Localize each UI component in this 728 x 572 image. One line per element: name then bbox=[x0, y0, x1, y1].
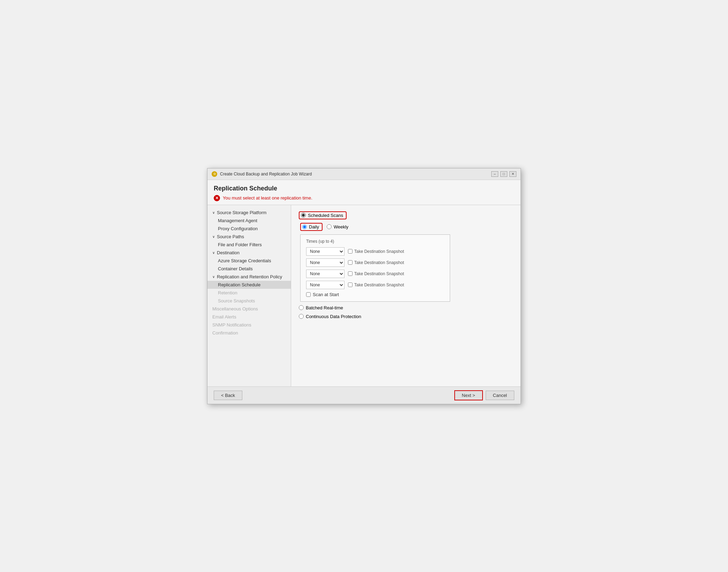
time-select-4[interactable]: None bbox=[306, 281, 344, 289]
back-button[interactable]: < Back bbox=[214, 391, 242, 400]
scheduled-scans-label: Scheduled Scans bbox=[308, 213, 343, 218]
time-select-1[interactable]: None bbox=[306, 247, 344, 256]
time-row-4: None Take Destination Snapshot bbox=[306, 281, 444, 289]
chevron-icon-2: ∨ bbox=[212, 235, 215, 239]
wizard-window: ☆ Create Cloud Backup and Replication Jo… bbox=[207, 168, 521, 404]
snapshot-checkbox-4[interactable]: Take Destination Snapshot bbox=[348, 283, 404, 287]
title-bar: ☆ Create Cloud Backup and Replication Jo… bbox=[207, 168, 521, 180]
sidebar-label-retention: Retention bbox=[218, 290, 237, 295]
sidebar-label-container-details: Container Details bbox=[218, 266, 253, 271]
snapshot-label-2: Take Destination Snapshot bbox=[354, 260, 404, 265]
chevron-icon: ∨ bbox=[212, 211, 215, 214]
snapshot-check-1[interactable] bbox=[348, 249, 352, 254]
window-title: Create Cloud Backup and Replication Job … bbox=[220, 172, 312, 176]
sidebar-item-replication-retention-policy[interactable]: ∨ Replication and Retention Policy bbox=[207, 273, 291, 281]
weekly-option-row[interactable]: Weekly bbox=[327, 224, 348, 229]
batched-real-time-row[interactable]: Batched Real-time bbox=[299, 305, 513, 310]
sidebar-item-miscellaneous-options: Miscellaneous Options bbox=[207, 305, 291, 313]
snapshot-label-4: Take Destination Snapshot bbox=[354, 283, 404, 287]
daily-option[interactable]: Daily bbox=[300, 223, 323, 231]
maximize-button[interactable]: □ bbox=[500, 171, 507, 177]
sidebar-label-azure-storage-credentials: Azure Storage Credentials bbox=[218, 258, 271, 263]
sidebar-label-replication-schedule: Replication Schedule bbox=[218, 282, 260, 287]
sidebar-item-source-storage-platform[interactable]: ∨ Source Storage Platform bbox=[207, 209, 291, 217]
sidebar-label-source-storage-platform: Source Storage Platform bbox=[217, 210, 266, 215]
snapshot-checkbox-3[interactable]: Take Destination Snapshot bbox=[348, 271, 404, 276]
wizard-icon: ☆ bbox=[212, 171, 217, 177]
chevron-icon-4: ∨ bbox=[212, 275, 215, 279]
weekly-radio[interactable] bbox=[327, 224, 332, 229]
sidebar-item-confirmation: Confirmation bbox=[207, 329, 291, 337]
batched-real-time-label: Batched Real-time bbox=[306, 305, 343, 310]
continuous-data-protection-row[interactable]: Continuous Data Protection bbox=[299, 314, 513, 319]
sidebar-label-management-agent: Management Agent bbox=[218, 218, 257, 223]
sidebar-label-source-paths: Source Paths bbox=[217, 234, 244, 239]
error-message: You must select at least one replication… bbox=[223, 195, 312, 201]
sidebar-label-replication-retention-policy: Replication and Retention Policy bbox=[217, 274, 282, 279]
scheduled-scans-row: Scheduled Scans bbox=[299, 211, 513, 219]
snapshot-label-3: Take Destination Snapshot bbox=[354, 271, 404, 276]
sidebar-item-retention: Retention bbox=[207, 289, 291, 297]
schedule-options: Scheduled Scans Daily Weekly bbox=[299, 211, 513, 319]
continuous-data-protection-label: Continuous Data Protection bbox=[306, 314, 361, 319]
scan-at-start-row[interactable]: Scan at Start bbox=[306, 292, 444, 297]
snapshot-label-1: Take Destination Snapshot bbox=[354, 249, 404, 254]
sidebar-label-proxy-configuration: Proxy Configuration bbox=[218, 226, 258, 231]
next-button[interactable]: Next > bbox=[454, 390, 483, 400]
window-header: Replication Schedule ✕ You must select a… bbox=[207, 180, 521, 205]
main-content: Scheduled Scans Daily Weekly bbox=[291, 205, 521, 386]
time-row-2: None Take Destination Snapshot bbox=[306, 258, 444, 267]
title-bar-left: ☆ Create Cloud Backup and Replication Jo… bbox=[212, 171, 312, 177]
snapshot-checkbox-1[interactable]: Take Destination Snapshot bbox=[348, 249, 404, 254]
scan-at-start-checkbox[interactable] bbox=[306, 292, 311, 297]
error-icon: ✕ bbox=[214, 195, 220, 201]
sidebar-label-destination: Destination bbox=[217, 250, 240, 255]
continuous-data-protection-radio[interactable] bbox=[299, 314, 304, 319]
sidebar-label-source-snapshots: Source Snapshots bbox=[218, 298, 255, 303]
scheduled-scans-radio[interactable] bbox=[301, 213, 306, 218]
sidebar-item-azure-storage-credentials[interactable]: Azure Storage Credentials bbox=[207, 257, 291, 265]
snapshot-check-3[interactable] bbox=[348, 271, 352, 276]
sidebar-item-snmp-notifications: SNMP Notifications bbox=[207, 321, 291, 329]
snapshot-check-4[interactable] bbox=[348, 283, 352, 287]
page-title: Replication Schedule bbox=[214, 185, 514, 192]
chevron-icon-3: ∨ bbox=[212, 251, 215, 255]
scheduled-scans-option[interactable]: Scheduled Scans bbox=[299, 211, 347, 219]
sidebar-label-file-folder-filters: File and Folder Filters bbox=[218, 242, 262, 247]
daily-label: Daily bbox=[309, 224, 319, 229]
times-label: Times (up to 4) bbox=[306, 239, 444, 244]
close-button[interactable]: ✕ bbox=[509, 171, 516, 177]
sidebar-item-file-folder-filters[interactable]: File and Folder Filters bbox=[207, 241, 291, 249]
window-footer: < Back Next > Cancel bbox=[207, 386, 521, 404]
batched-real-time-radio[interactable] bbox=[299, 305, 304, 310]
daily-weekly-group: Daily Weekly bbox=[300, 223, 513, 231]
minimize-button[interactable]: – bbox=[491, 171, 498, 177]
sidebar-label-miscellaneous-options: Miscellaneous Options bbox=[212, 306, 258, 311]
scan-at-start-label: Scan at Start bbox=[313, 292, 339, 297]
sidebar-item-management-agent[interactable]: Management Agent bbox=[207, 217, 291, 225]
times-box: Times (up to 4) None Take Destination Sn… bbox=[300, 234, 450, 302]
time-row-1: None Take Destination Snapshot bbox=[306, 247, 444, 256]
cancel-button[interactable]: Cancel bbox=[486, 391, 514, 400]
sidebar: ∨ Source Storage Platform Management Age… bbox=[207, 205, 291, 386]
sidebar-label-confirmation: Confirmation bbox=[212, 330, 238, 336]
sidebar-item-proxy-configuration[interactable]: Proxy Configuration bbox=[207, 225, 291, 233]
sidebar-item-destination[interactable]: ∨ Destination bbox=[207, 249, 291, 257]
window-body: ∨ Source Storage Platform Management Age… bbox=[207, 205, 521, 386]
sidebar-item-replication-schedule[interactable]: Replication Schedule bbox=[207, 281, 291, 289]
sidebar-item-container-details[interactable]: Container Details bbox=[207, 265, 291, 273]
time-select-3[interactable]: None bbox=[306, 270, 344, 278]
time-select-2[interactable]: None bbox=[306, 258, 344, 267]
sidebar-label-email-alerts: Email Alerts bbox=[212, 314, 236, 319]
snapshot-check-2[interactable] bbox=[348, 260, 352, 265]
time-row-3: None Take Destination Snapshot bbox=[306, 270, 444, 278]
error-bar: ✕ You must select at least one replicati… bbox=[214, 195, 514, 201]
sidebar-item-source-paths[interactable]: ∨ Source Paths bbox=[207, 233, 291, 241]
weekly-label: Weekly bbox=[334, 224, 348, 229]
sidebar-item-source-snapshots: Source Snapshots bbox=[207, 297, 291, 305]
daily-radio[interactable] bbox=[302, 225, 307, 229]
sidebar-item-email-alerts: Email Alerts bbox=[207, 313, 291, 321]
title-bar-controls: – □ ✕ bbox=[491, 171, 516, 177]
snapshot-checkbox-2[interactable]: Take Destination Snapshot bbox=[348, 260, 404, 265]
sidebar-label-snmp-notifications: SNMP Notifications bbox=[212, 322, 251, 328]
